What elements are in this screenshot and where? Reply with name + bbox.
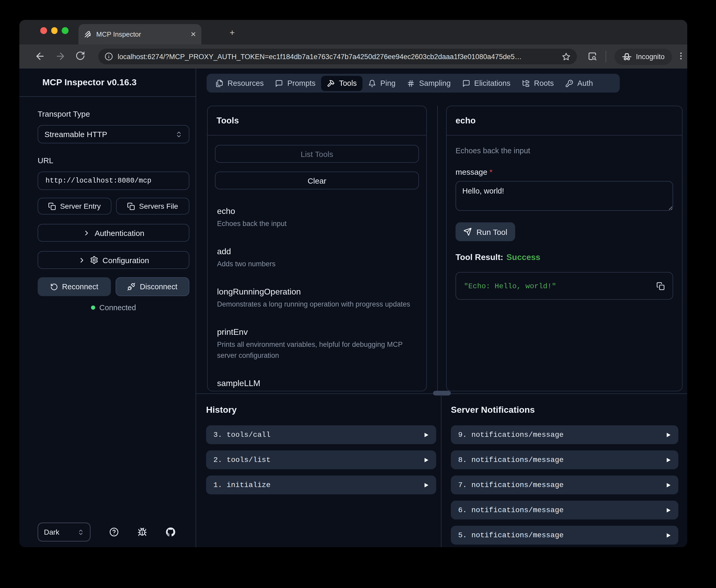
minimize-window-button[interactable] [51, 27, 58, 34]
tool-list-item-add[interactable]: add Adds two numbers [217, 247, 417, 270]
notification-item[interactable]: 9. notifications/message [451, 425, 678, 444]
history-item[interactable]: 3. tools/call [206, 425, 436, 444]
tool-detail-title: echo [447, 106, 682, 135]
tab-sampling[interactable]: Sampling [401, 76, 456, 91]
tab-tools[interactable]: Tools [321, 76, 363, 91]
server-entry-label: Server Entry [60, 202, 101, 210]
url-input[interactable] [38, 172, 189, 190]
help-icon[interactable] [109, 527, 119, 537]
main-content: Resources Prompts Tools Ping [196, 68, 687, 547]
rotate-ccw-icon [50, 283, 58, 291]
url-text[interactable]: localhost:6274/?MCP_PROXY_AUTH_TOKEN=ec1… [118, 52, 557, 60]
tool-name: echo [217, 207, 417, 216]
authentication-button[interactable]: Authentication [38, 224, 189, 242]
history-item-label: 1. initialize [213, 481, 270, 489]
notification-item-label: 9. notifications/message [458, 430, 564, 439]
disconnect-button[interactable]: Disconnect [115, 277, 189, 296]
close-window-button[interactable] [40, 27, 47, 34]
expand-play-icon [423, 482, 429, 488]
tab-prompts[interactable]: Prompts [269, 76, 321, 91]
expand-play-icon [665, 432, 671, 438]
folder-tree-icon [522, 79, 530, 87]
message-input[interactable]: Hello, world! [456, 181, 673, 211]
browser-toolbar: localhost:6274/?MCP_PROXY_AUTH_TOKEN=ec1… [19, 44, 687, 68]
tool-description: Samples from an LLM using MCP's sampling… [217, 391, 417, 391]
toolbar-separator [606, 51, 606, 62]
tab-ping[interactable]: Ping [363, 76, 401, 91]
copy-result-icon[interactable] [656, 282, 665, 290]
panel-divider[interactable] [437, 106, 438, 393]
history-pane: History 3. tools/call 2. tools/list [196, 394, 441, 547]
tool-list-item-printenv[interactable]: printEnv Prints all environment variable… [217, 328, 417, 361]
chevrons-up-down-icon [78, 529, 84, 536]
tab-label: Auth [578, 79, 593, 87]
tool-list-item-echo[interactable]: echo Echoes back the input [217, 207, 417, 230]
tool-list-item-samplellm[interactable]: sampleLLM Samples from an LLM using MCP'… [217, 378, 417, 391]
tools-panel: Tools List Tools Clear echo Echoes back … [207, 106, 427, 391]
transport-type-select[interactable]: Streamable HTTP [38, 125, 189, 143]
tool-detail-description: Echoes back the input [456, 146, 673, 155]
tab-elicitations[interactable]: Elicitations [456, 76, 516, 91]
notification-item-label: 8. notifications/message [458, 456, 564, 464]
notification-list: 9. notifications/message 8. notification… [451, 425, 678, 545]
gear-icon [90, 256, 98, 264]
mcp-favicon-icon [84, 30, 92, 39]
expand-play-icon [423, 457, 429, 463]
search-tabs-icon[interactable] [587, 51, 597, 61]
transport-type-value: Streamable HTTP [44, 130, 107, 139]
configuration-button[interactable]: Configuration [38, 251, 189, 269]
configuration-label: Configuration [103, 255, 149, 265]
tool-name: printEnv [217, 328, 417, 337]
back-icon[interactable] [35, 51, 45, 62]
tab-close-icon[interactable]: ✕ [190, 30, 196, 38]
new-tab-button[interactable]: + [226, 27, 238, 39]
history-item[interactable]: 1. initialize [206, 476, 436, 495]
notification-item[interactable]: 5. notifications/message [451, 526, 678, 545]
browser-menu-icon[interactable] [676, 51, 686, 61]
mcp-inspector-app: MCP Inspector v0.16.3 Transport Type Str… [19, 68, 687, 547]
tool-list-item-longrunningoperation[interactable]: longRunningOperation Demonstrates a long… [217, 287, 417, 310]
history-item[interactable]: 2. tools/list [206, 450, 436, 469]
tool-description: Demonstrates a long running operation wi… [217, 299, 417, 310]
tool-name: add [217, 247, 417, 256]
clear-tools-button[interactable]: Clear [215, 172, 419, 189]
chevrons-up-down-icon [175, 130, 182, 138]
tab-label: Prompts [287, 79, 316, 87]
notification-item[interactable]: 8. notifications/message [451, 450, 678, 469]
tab-label: Roots [534, 79, 554, 87]
param-label: message* [456, 167, 673, 176]
reconnect-button[interactable]: Reconnect [38, 277, 111, 296]
expand-play-icon [665, 482, 671, 488]
history-list: 3. tools/call 2. tools/list [206, 425, 436, 495]
authentication-label: Authentication [95, 228, 144, 237]
required-marker: * [490, 167, 493, 176]
tool-result-label: Tool Result: [456, 253, 503, 261]
reload-icon[interactable] [75, 51, 85, 61]
server-entry-button[interactable]: Server Entry [38, 198, 111, 214]
bug-icon[interactable] [137, 527, 147, 537]
list-tools-button[interactable]: List Tools [215, 145, 419, 163]
zoom-window-button[interactable] [62, 27, 68, 34]
tab-roots[interactable]: Roots [516, 76, 560, 91]
theme-select[interactable]: Dark [38, 523, 90, 542]
browser-tab[interactable]: MCP Inspector ✕ [79, 24, 201, 44]
forward-icon[interactable] [55, 51, 66, 62]
servers-file-button[interactable]: Servers File [116, 198, 189, 214]
tab-title: MCP Inspector [96, 30, 186, 38]
hash-icon [407, 79, 415, 87]
tab-resources[interactable]: Resources [210, 76, 269, 91]
site-info-icon[interactable] [105, 52, 113, 61]
expand-play-icon [665, 457, 671, 463]
notification-item[interactable]: 7. notifications/message [451, 476, 678, 495]
github-icon[interactable] [166, 527, 175, 537]
bookmark-star-icon[interactable] [562, 52, 571, 61]
incognito-label: Incognito [636, 53, 665, 61]
notification-item[interactable]: 6. notifications/message [451, 501, 678, 520]
address-bar[interactable]: localhost:6274/?MCP_PROXY_AUTH_TOKEN=ec1… [98, 49, 577, 64]
copy-icon [48, 202, 56, 210]
tool-result-value: "Echo: Hello, world!" [464, 282, 656, 290]
tab-auth[interactable]: Auth [560, 76, 599, 91]
history-title: History [206, 405, 436, 415]
run-tool-button[interactable]: Run Tool [456, 222, 515, 241]
unplug-icon [127, 282, 136, 291]
